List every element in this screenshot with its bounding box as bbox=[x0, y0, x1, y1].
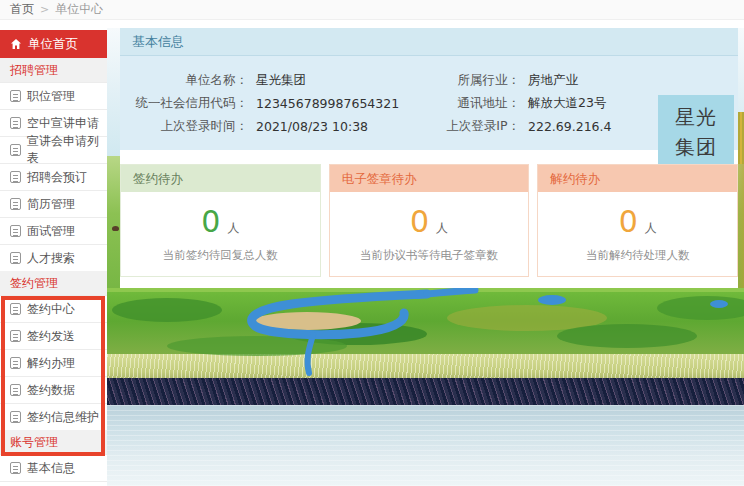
document-icon bbox=[10, 117, 21, 129]
document-icon bbox=[10, 144, 21, 156]
sidebar-item-label: 签约数据 bbox=[27, 382, 75, 399]
sidebar-section-recruit: 招聘管理 bbox=[0, 58, 107, 82]
field-last-login-ip: 上次登录IP： 222.69.216.4 bbox=[420, 115, 612, 138]
field-value: 房地产业 bbox=[528, 72, 578, 89]
card-eseal-todo: 电子签章待办 0人 当前协议书等待电子签章数 bbox=[329, 164, 530, 277]
card-body: 0人 当前协议书等待电子签章数 bbox=[330, 192, 529, 276]
sidebar-item-cancel-handle[interactable]: 解约办理 bbox=[0, 349, 107, 376]
card-caption: 当前签约待回复总人数 bbox=[121, 248, 320, 263]
field-value: 星光集团 bbox=[256, 72, 306, 89]
document-icon bbox=[10, 90, 21, 102]
sidebar-item-basic-info[interactable]: 基本信息 bbox=[0, 454, 107, 481]
field-value: 222.69.216.4 bbox=[528, 119, 612, 134]
photo-river-vegetation bbox=[107, 288, 744, 380]
document-icon bbox=[10, 411, 21, 423]
sidebar-item-label: 签约中心 bbox=[27, 301, 75, 318]
sidebar-section-sign: 签约管理 bbox=[0, 271, 107, 295]
field-value: 解放大道23号 bbox=[528, 95, 606, 112]
company-logo: 星光 集团 bbox=[658, 95, 734, 168]
sidebar-item-label: 基本信息 bbox=[27, 460, 75, 477]
sidebar-item-label: 签约发送 bbox=[27, 328, 75, 345]
sidebar-item-label: 人才搜索 bbox=[27, 250, 75, 267]
sidebar-item-resume-manage[interactable]: 简历管理 bbox=[0, 190, 107, 217]
field-label: 上次登录IP： bbox=[420, 118, 520, 135]
sidebar-item-sign-center[interactable]: 签约中心 bbox=[0, 295, 107, 322]
sidebar-item-lecture-apply-list[interactable]: 宣讲会申请列表 bbox=[0, 136, 107, 163]
card-unit: 人 bbox=[436, 221, 448, 235]
sidebar-item-sign-send[interactable]: 签约发送 bbox=[0, 322, 107, 349]
breadcrumb-current: 单位中心 bbox=[55, 1, 103, 18]
sidebar-item-label: 签约信息维护 bbox=[27, 409, 99, 426]
card-title: 解约待办 bbox=[538, 165, 737, 192]
sidebar-item-label: 宣讲会申请列表 bbox=[27, 133, 107, 167]
sidebar-section-account: 账号管理 bbox=[0, 430, 107, 454]
document-icon bbox=[10, 252, 21, 264]
sidebar-item-label: 招聘会预订 bbox=[27, 169, 87, 186]
panel-body: 单位名称： 星光集团 统一社会信用代码： 123456789987654321 … bbox=[120, 56, 738, 150]
document-icon bbox=[10, 462, 21, 474]
field-unit-name: 单位名称： 星光集团 bbox=[130, 69, 399, 92]
home-icon bbox=[10, 38, 22, 50]
photo-cliff-band bbox=[107, 378, 744, 406]
photo-water bbox=[107, 405, 744, 486]
info-fields-left: 单位名称： 星光集团 统一社会信用代码： 123456789987654321 … bbox=[130, 69, 399, 138]
sidebar-item-label: 单位首页 bbox=[28, 36, 78, 53]
sidebar-item-label: 简历管理 bbox=[27, 196, 75, 213]
breadcrumb-home[interactable]: 首页 bbox=[10, 1, 34, 18]
card-unit: 人 bbox=[645, 221, 657, 235]
sidebar-item-air-lecture-apply[interactable]: 空中宣讲申请 bbox=[0, 109, 107, 136]
document-icon bbox=[10, 330, 21, 342]
sidebar-item-unit-album[interactable]: 单位相册 bbox=[0, 481, 107, 486]
field-label: 所属行业： bbox=[420, 72, 520, 89]
document-icon bbox=[10, 357, 21, 369]
field-credit-code: 统一社会信用代码： 123456789987654321 bbox=[130, 92, 399, 115]
card-caption: 当前协议书等待电子签章数 bbox=[330, 248, 529, 263]
info-fields-right: 所属行业： 房地产业 通讯地址： 解放大道23号 上次登录IP： 222.69.… bbox=[420, 69, 612, 138]
field-label: 通讯地址： bbox=[420, 95, 520, 112]
panel-title: 基本信息 bbox=[120, 28, 738, 56]
sidebar-item-sign-info-maintain[interactable]: 签约信息维护 bbox=[0, 403, 107, 430]
logo-line2: 集团 bbox=[658, 132, 734, 162]
card-count: 0 bbox=[619, 204, 638, 239]
field-value: 123456789987654321 bbox=[256, 96, 399, 111]
card-title: 电子签章待办 bbox=[330, 165, 529, 192]
card-cancel-todo: 解约待办 0人 当前解约待处理人数 bbox=[537, 164, 738, 277]
document-icon bbox=[10, 303, 21, 315]
document-icon bbox=[10, 198, 21, 210]
card-count: 0 bbox=[201, 204, 220, 239]
sidebar-item-label: 空中宣讲申请 bbox=[27, 115, 99, 132]
sidebar-item-talent-search[interactable]: 人才搜索 bbox=[0, 244, 107, 271]
document-icon bbox=[10, 384, 21, 396]
card-body: 0人 当前解约待处理人数 bbox=[538, 192, 737, 276]
page: 首页 > 单位中心 bbox=[0, 0, 744, 486]
basic-info-panel: 基本信息 单位名称： 星光集团 统一社会信用代码： 12345678998765… bbox=[120, 28, 738, 150]
field-label: 单位名称： bbox=[130, 72, 248, 89]
photo-horse bbox=[112, 226, 119, 231]
logo-line1: 星光 bbox=[658, 102, 734, 132]
sidebar-item-interview-manage[interactable]: 面试管理 bbox=[0, 217, 107, 244]
card-caption: 当前解约待处理人数 bbox=[538, 248, 737, 263]
card-body: 0人 当前签约待回复总人数 bbox=[121, 192, 320, 276]
card-count: 0 bbox=[410, 204, 429, 239]
card-unit: 人 bbox=[227, 221, 239, 235]
sidebar-item-unit-home[interactable]: 单位首页 bbox=[0, 30, 107, 58]
sidebar-item-job-manage[interactable]: 职位管理 bbox=[0, 82, 107, 109]
card-title: 签约待办 bbox=[121, 165, 320, 192]
field-last-login-time: 上次登录时间： 2021/08/23 10:38 bbox=[130, 115, 399, 138]
field-address: 通讯地址： 解放大道23号 bbox=[420, 92, 612, 115]
sidebar-item-sign-data[interactable]: 签约数据 bbox=[0, 376, 107, 403]
sidebar-item-label: 解约办理 bbox=[27, 355, 75, 372]
document-icon bbox=[10, 171, 21, 183]
card-sign-todo: 签约待办 0人 当前签约待回复总人数 bbox=[120, 164, 321, 277]
field-value: 2021/08/23 10:38 bbox=[256, 119, 368, 134]
field-label: 上次登录时间： bbox=[130, 118, 248, 135]
sidebar-item-label: 面试管理 bbox=[27, 223, 75, 240]
todo-cards: 签约待办 0人 当前签约待回复总人数 电子签章待办 0人 当前协议书等待电子签章… bbox=[120, 164, 738, 277]
breadcrumb-separator-icon: > bbox=[40, 3, 49, 16]
sidebar-item-label: 职位管理 bbox=[27, 88, 75, 105]
field-label: 统一社会信用代码： bbox=[130, 95, 248, 112]
sidebar: 单位首页 招聘管理 职位管理 空中宣讲申请 宣讲会申请列表 招聘会预订 简历管理… bbox=[0, 30, 107, 486]
document-icon bbox=[10, 225, 21, 237]
sidebar-item-jobfair-booking[interactable]: 招聘会预订 bbox=[0, 163, 107, 190]
breadcrumb: 首页 > 单位中心 bbox=[0, 0, 744, 20]
